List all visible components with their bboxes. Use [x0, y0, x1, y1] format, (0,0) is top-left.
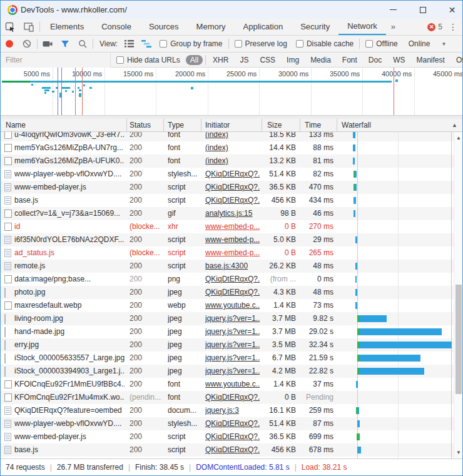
error-badge[interactable]: ✕ 5 — [427, 23, 446, 31]
initiator-link[interactable]: www.youtube.c... — [205, 380, 260, 388]
initiator-link[interactable]: base.js:4300 — [205, 261, 260, 270]
initiator-link[interactable]: www-embed-p... — [205, 235, 260, 244]
throttling-dropdown[interactable]: Online ▼ — [409, 39, 447, 48]
column-divider[interactable] — [126, 119, 127, 132]
tab-application[interactable]: Application — [235, 19, 292, 35]
devtools-menu-button[interactable]: ⋮ — [446, 22, 462, 32]
hide-data-urls-checkbox[interactable] — [116, 56, 124, 64]
request-row[interactable]: ad_status.js(blocke...scriptwww-embed-p.… — [1, 246, 454, 260]
column-header-waterfall[interactable]: Waterfall — [342, 121, 371, 129]
request-row[interactable]: www-embed-player.js200scriptQKiqDtERqxQ?… — [1, 181, 454, 194]
overview-view-button[interactable] — [138, 36, 155, 52]
type-filter-all[interactable]: All — [186, 55, 203, 65]
column-divider[interactable] — [262, 119, 262, 132]
column-header-time[interactable]: Time — [305, 121, 321, 129]
scroll-up-icon[interactable]: ▲ — [454, 133, 463, 143]
type-filter-img[interactable]: Img — [282, 55, 303, 65]
disable-cache-checkbox[interactable] — [296, 40, 303, 48]
initiator-link[interactable]: jquery.js?ver=1... — [205, 353, 260, 362]
close-button[interactable]: ✕ — [438, 1, 463, 19]
request-row[interactable]: mem5YaGs126MiZpBA-UN7rg...200font(index)… — [1, 141, 454, 154]
clear-button[interactable] — [18, 36, 36, 52]
type-filter-media[interactable]: Media — [306, 55, 335, 65]
hide-data-urls-option[interactable]: Hide data URLs — [116, 56, 180, 64]
initiator-link[interactable]: QKiqDtERqxQ?... — [205, 445, 260, 454]
initiator-link[interactable]: (index) — [205, 156, 260, 165]
initiator-link[interactable]: QKiqDtERqxQ?... — [205, 432, 260, 441]
offline-option[interactable]: Offline — [365, 39, 397, 48]
type-filter-manifest[interactable]: Manifest — [412, 55, 449, 65]
tab-console[interactable]: Console — [93, 19, 140, 35]
column-divider[interactable] — [201, 119, 201, 132]
request-row[interactable]: base.js200scriptQKiqDtERqxQ?...456 KB678… — [1, 443, 454, 457]
request-row[interactable]: data:image/png;base...200pngQKiqDtERqxQ?… — [1, 273, 454, 286]
column-header-size[interactable]: Size — [267, 121, 282, 129]
device-toolbar-button[interactable] — [19, 19, 38, 35]
initiator-link[interactable]: QKiqDtERqxQ?... — [205, 393, 260, 402]
minimize-button[interactable] — [379, 1, 407, 19]
column-divider[interactable] — [337, 119, 337, 132]
tab-memory[interactable]: Memory — [188, 19, 235, 35]
column-header-type[interactable]: Type — [168, 121, 184, 129]
column-divider[interactable] — [300, 119, 300, 132]
preserve-log-option[interactable]: Preserve log — [235, 39, 287, 48]
initiator-link[interactable]: QKiqDtERqxQ?... — [205, 183, 260, 191]
initiator-link[interactable]: QKiqDtERqxQ?... — [205, 288, 260, 296]
request-row[interactable]: living-room.jpg200jpegjquery.js?ver=1...… — [1, 312, 454, 325]
request-row[interactable]: iStock_000003394903_Large1.j...200jpegjq… — [1, 365, 454, 378]
type-filter-xhr[interactable]: XHR — [208, 55, 233, 65]
more-panels-button[interactable]: » — [386, 19, 400, 35]
group-by-frame-option[interactable]: Group by frame — [160, 39, 222, 48]
initiator-link[interactable]: jquery.js?ver=1... — [205, 340, 260, 349]
filter-input[interactable] — [1, 53, 111, 68]
network-overview[interactable]: 5000 ms10000 ms15000 ms20000 ms25000 ms3… — [1, 68, 462, 116]
initiator-link[interactable]: jquery.js:3 — [205, 406, 260, 415]
request-row[interactable]: collect?v=1&_v=j73&a=15069...200gifanaly… — [1, 207, 454, 220]
record-button[interactable] — [1, 36, 18, 52]
initiator-link[interactable]: jquery.js?ver=1... — [205, 327, 260, 336]
request-row[interactable]: base.js200scriptQKiqDtERqxQ?...456 KB434… — [1, 194, 454, 207]
initiator-link[interactable]: QKiqDtERqxQ?... — [205, 196, 260, 205]
scroll-down-icon[interactable]: ▼ — [454, 448, 463, 457]
request-row[interactable]: www-player-webp-vflOxvwYD....200stylesh.… — [1, 168, 454, 181]
request-row[interactable]: KFOmCnqEu92Fr1Mu4mxK.wo...(pendin...font… — [1, 391, 454, 404]
request-row[interactable]: i6f35N0rdYOLE76bNAz2QDXF...200scriptwww-… — [1, 233, 454, 246]
tab-security[interactable]: Security — [292, 19, 338, 35]
tab-network[interactable]: Network — [338, 19, 386, 35]
inspect-element-button[interactable] — [1, 19, 19, 35]
request-row[interactable]: www-embed-player.js200scriptQKiqDtERqxQ?… — [1, 430, 454, 443]
type-filter-js[interactable]: JS — [235, 55, 253, 65]
initiator-link[interactable]: (index) — [205, 132, 260, 139]
initiator-link[interactable]: www-embed-p... — [205, 222, 260, 231]
scrollbar-thumb[interactable] — [455, 285, 462, 394]
initiator-link[interactable]: www-embed-p... — [205, 248, 260, 257]
tab-elements[interactable]: Elements — [41, 19, 93, 35]
request-row[interactable]: remote.js200scriptbase.js:430026.2 KB48 … — [1, 260, 454, 273]
offline-checkbox[interactable] — [365, 40, 373, 48]
preserve-log-checkbox[interactable] — [235, 40, 242, 48]
request-row[interactable]: iStock_000005633557_Large.jpg200jpegjque… — [1, 352, 454, 365]
search-button[interactable] — [74, 36, 91, 52]
type-filter-other[interactable]: Other — [452, 55, 463, 65]
initiator-link[interactable]: jquery.js?ver=1... — [205, 314, 260, 323]
request-row[interactable]: u-4IoqyrIQwIOm3vowK_J3-eR7...200font(ind… — [1, 132, 454, 141]
group-by-frame-checkbox[interactable] — [160, 40, 167, 48]
column-header-status[interactable]: Status — [130, 121, 151, 129]
column-header-name[interactable]: Name — [6, 121, 26, 129]
request-row[interactable]: hand-made.jpg200jpegjquery.js?ver=1...3.… — [1, 325, 454, 338]
column-divider[interactable] — [163, 119, 164, 132]
initiator-link[interactable]: QKiqDtERqxQ?... — [205, 419, 260, 428]
filter-toggle-button[interactable] — [56, 36, 74, 52]
type-filter-doc[interactable]: Doc — [364, 55, 386, 65]
request-row[interactable]: id(blocke...xhrwww-embed-p...0 B270 ms — [1, 220, 454, 233]
vertical-scrollbar[interactable]: ▲ ▼ — [454, 132, 462, 458]
type-filter-ws[interactable]: WS — [389, 55, 409, 65]
initiator-link[interactable]: QKiqDtERqxQ?... — [205, 275, 260, 283]
initiator-link[interactable]: analytics.js:15 — [205, 209, 260, 218]
request-row[interactable]: mem6YaGs126MiZpBA-UFUK0...200font(index)… — [1, 154, 454, 168]
initiator-link[interactable]: (index) — [205, 143, 260, 152]
request-row[interactable]: QKiqDtERqxQ?feature=oembed200docum...jqu… — [1, 404, 454, 417]
screenshot-capture-button[interactable] — [39, 36, 56, 52]
request-row[interactable]: maxresdefault.webp200webpwww.youtube.c..… — [1, 299, 454, 312]
request-row[interactable]: erry.jpg200jpegjquery.js?ver=1...3.5 MB3… — [1, 338, 454, 352]
